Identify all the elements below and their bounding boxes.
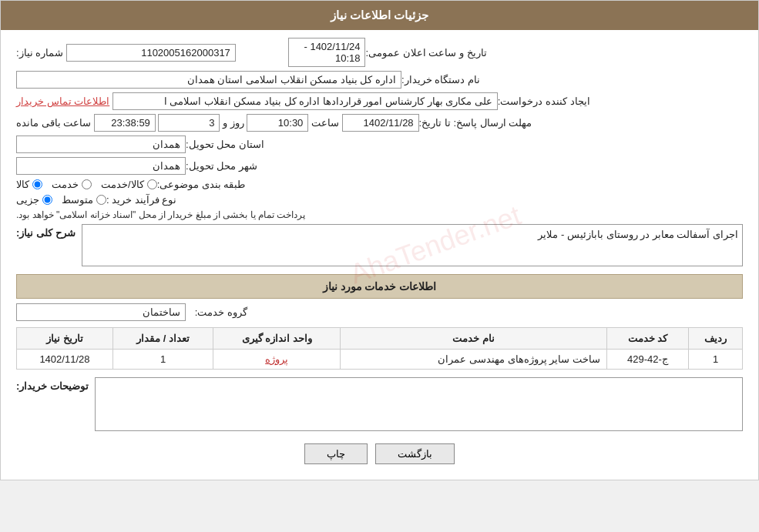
gorohe-khedmat-label: گروه خدمت: [186,306,247,318]
mohlat-row: مهلت ارسال پاسخ: تا تاریخ: 1402/11/28 سا… [16,114,743,132]
shahr-row: شهر محل تحویل: همدان [16,157,743,175]
shahr-value: همدان [16,157,186,175]
farayand-radio-group: متوسط جزیی [16,194,106,206]
page-title: جزئیات اطلاعات نیاز [1,1,758,30]
tozihat-label: توضیحات خریدار: [16,377,89,392]
mohlat-saat: 10:30 [247,114,308,132]
khadamat-section-header: اطلاعات خدمات مورد نیاز [16,274,743,299]
mohlat-countdown: 23:38:59 [94,114,156,132]
radio-jozi-label: جزیی [16,194,39,206]
tarikh-ialan-value: 1402/11/24 - 10:18 [288,38,365,67]
mohlat-label: مهلت ارسال پاسخ: تا تاریخ: [419,117,532,129]
cell-vahed: پروژه [213,350,341,370]
farayand-row: نوع فرآیند خرید : متوسط جزیی [16,194,743,206]
shomara-niaz-label: شماره نیاز: [16,47,63,59]
cell-nam: ساخت سایر پروژه‌های مهندسی عمران [340,350,606,370]
radio-motavaset-label: متوسط [62,194,93,206]
mohlat-saat-label: ساعت [311,117,339,129]
farayand-label: نوع فرآیند خرید : [106,194,176,206]
mohlat-baqi: ساعت باقی مانده [16,117,91,129]
purchase-note-row: پرداخت تمام یا بخشی از مبلغ خریدار از مح… [16,209,743,220]
ijad-konande-value: علی مکاری بهار کارشناس امور قراردادها اد… [113,92,498,110]
purchase-note: پرداخت تمام یا بخشی از مبلغ خریدار از مح… [16,209,374,220]
radio-kala-item: کالا [16,179,42,190]
sharh-section: اجرای آسفالت معابر در روستای بابازئیس - … [16,224,743,266]
cell-tarikh: 1402/11/28 [17,350,113,370]
nam-dastgah-value: اداره کل بنیاد مسکن انقلاب اسلامی استان … [16,71,401,89]
ijad-konande-row: ایجاد کننده درخواست: علی مکاری بهار کارش… [16,92,743,110]
shomara-niaz-value: 1102005162000317 [66,44,236,62]
tabaqe-label: طبقه بندی موضوعی: [157,179,246,190]
radio-jozi[interactable] [42,195,52,205]
print-button[interactable]: چاپ [304,443,368,464]
page-wrapper: جزئیات اطلاعات نیاز تاریخ و ساعت اعلان ع… [0,0,759,480]
tabaqe-row: طبقه بندی موضوعی: کالا/خدمت خدمت کالا [16,179,743,190]
radio-khedmat-label: خدمت [52,179,79,190]
shomara-row: تاریخ و ساعت اعلان عمومی: 1402/11/24 - 1… [16,38,743,67]
col-tedad: تعداد / مقدار [113,328,213,350]
ijad-konande-label: ایجاد کننده درخواست: [498,95,590,107]
services-table: ردیف کد خدمت نام خدمت واحد اندازه گیری ت… [16,327,743,370]
gorohe-khedmat-value: ساختمان [16,303,186,321]
mohlat-date: 1402/11/28 [342,114,419,132]
dastgah-row: نام دستگاه خریدار: اداره کل بنیاد مسکن ا… [16,71,743,89]
radio-jozi-item: جزیی [16,194,52,206]
table-row: 1 ج-42-429 ساخت سایر پروژه‌های مهندسی عم… [17,350,743,370]
radio-motavaset[interactable] [96,195,106,205]
ostan-label: استان محل تحویل: [186,139,264,150]
radio-khedmat[interactable] [82,179,92,189]
radio-kala-khedmat-item: کالا/خدمت [101,179,157,190]
col-kod: کد خدمت [606,328,688,350]
radio-kala-khedmat-label: کالا/خدمت [101,179,144,190]
radio-kala[interactable] [32,179,42,189]
col-nam: نام خدمت [340,328,606,350]
tabaqe-radio-group: کالا/خدمت خدمت کالا [16,179,157,190]
mohlat-rooz: 3 [158,114,220,132]
radio-kala-label: کالا [16,179,29,190]
tozihat-textarea[interactable] [95,377,743,431]
col-vahed: واحد اندازه گیری [213,328,341,350]
cell-radif: 1 [689,350,743,370]
mohlat-rooz-label: روز و [223,117,244,129]
tarikh-ialan-label: تاریخ و ساعت اعلان عمومی: [365,47,486,59]
bottom-buttons: بازگشت چاپ [16,443,743,464]
content-area: تاریخ و ساعت اعلان عمومی: 1402/11/24 - 1… [1,30,758,480]
col-radif: ردیف [689,328,743,350]
back-button[interactable]: بازگشت [375,443,455,464]
sharh-box: اجرای آسفالت معابر در روستای بابازئیس - … [82,224,743,266]
shahr-label: شهر محل تحویل: [186,160,257,172]
radio-kala-khedmat[interactable] [147,179,157,189]
nam-dastgah-label: نام دستگاه خریدار: [401,74,480,85]
cell-tedad: 1 [113,350,213,370]
sharh-value: اجرای آسفالت معابر در روستای بابازئیس - … [538,229,738,240]
sharh-label: شرح کلی نیاز: [16,224,76,239]
radio-motavaset-item: متوسط [62,194,106,206]
ostan-row: استان محل تحویل: همدان [16,136,743,153]
cell-kod: ج-42-429 [606,350,688,370]
tozihat-row: توضیحات خریدار: [16,377,743,431]
gorohe-khedmat-row: گروه خدمت: ساختمان [16,303,743,321]
contact-link[interactable]: اطلاعات تماس خریدار [16,95,109,107]
radio-khedmat-item: خدمت [52,179,92,190]
ostan-value: همدان [16,136,186,153]
col-tarikh: تاریخ نیاز [17,328,113,350]
